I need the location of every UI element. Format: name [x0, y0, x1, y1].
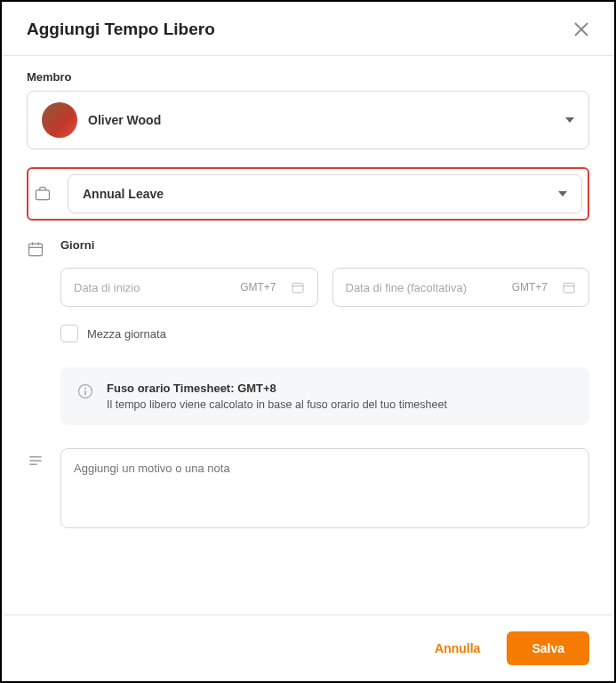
member-selected-name: Oliver Wood	[88, 113, 161, 127]
close-icon[interactable]	[573, 21, 589, 37]
timezone-info-box: Fuso orario Timesheet: GMT+8 Il tempo li…	[60, 367, 589, 425]
start-date-placeholder: Data di inizio	[74, 281, 233, 294]
dialog-content: Membro Oliver Wood Annual Leave G	[2, 56, 614, 615]
briefcase-icon	[34, 185, 52, 203]
svg-rect-9	[564, 283, 574, 293]
half-day-label: Mezza giornata	[87, 327, 166, 341]
chevron-down-icon	[565, 117, 574, 123]
notes-textarea[interactable]	[60, 448, 589, 528]
member-dropdown[interactable]: Oliver Wood	[27, 91, 589, 149]
info-text: Il tempo libero viene calcolato in base …	[107, 398, 447, 411]
calendar-small-icon	[562, 280, 576, 294]
end-date-placeholder: Data di fine (facoltativa)	[346, 281, 505, 294]
svg-rect-2	[36, 190, 50, 200]
half-day-checkbox[interactable]	[60, 325, 78, 342]
svg-point-12	[84, 388, 86, 390]
end-date-input[interactable]: Data di fine (facoltativa) GMT+7	[332, 268, 590, 307]
save-button[interactable]: Salva	[507, 631, 589, 665]
days-section: Giorni Data di inizio GMT+7 Data di fine…	[27, 238, 589, 425]
member-avatar	[42, 102, 77, 138]
days-label: Giorni	[60, 238, 589, 252]
start-date-input[interactable]: Data di inizio GMT+7	[60, 268, 318, 307]
info-title: Fuso orario Timesheet: GMT+8	[107, 382, 447, 395]
cancel-button[interactable]: Annulla	[424, 632, 491, 664]
leave-type-highlight: Annual Leave	[27, 167, 589, 221]
start-date-tz: GMT+7	[240, 281, 276, 293]
svg-rect-3	[29, 244, 43, 255]
svg-rect-13	[84, 390, 86, 395]
notes-icon	[27, 452, 44, 470]
dialog-title: Aggiungi Tempo Libero	[27, 20, 215, 39]
chevron-down-icon	[558, 191, 567, 197]
dialog-header: Aggiungi Tempo Libero	[2, 2, 614, 56]
info-icon	[76, 382, 94, 400]
end-date-tz: GMT+7	[512, 281, 548, 293]
member-label: Membro	[27, 70, 589, 84]
calendar-icon	[27, 240, 44, 258]
svg-rect-7	[292, 283, 303, 293]
leave-type-dropdown[interactable]: Annual Leave	[68, 174, 582, 213]
leave-type-selected: Annual Leave	[83, 187, 164, 201]
dialog-footer: Annulla Salva	[2, 615, 614, 681]
calendar-small-icon	[291, 280, 305, 294]
